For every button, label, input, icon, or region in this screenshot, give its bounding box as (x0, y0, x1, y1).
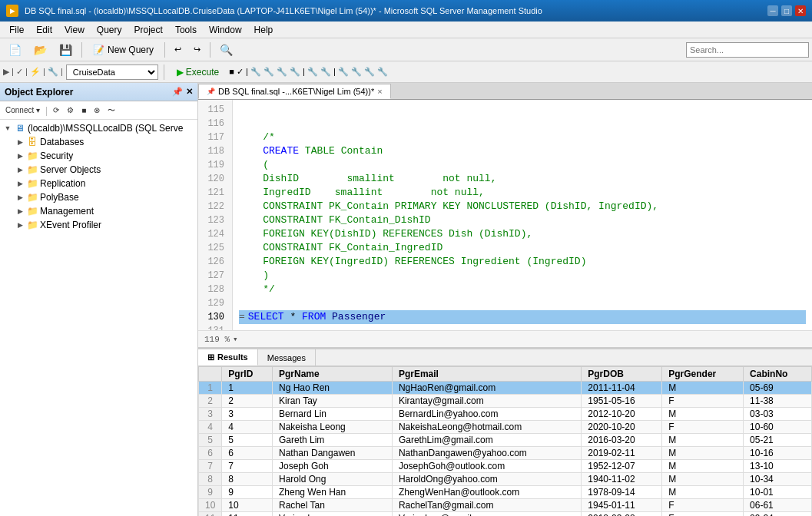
cell-pgrname[interactable]: Kiran Tay (273, 395, 393, 408)
menu-project[interactable]: Project (128, 23, 169, 37)
cell-pgrgender[interactable]: M (662, 460, 744, 473)
cell-pgrgender[interactable]: F (662, 512, 744, 517)
close-btn[interactable]: ✕ (795, 5, 806, 16)
minimize-btn[interactable]: ─ (767, 5, 778, 16)
messages-tab[interactable]: Messages (258, 349, 316, 366)
cell-pgrname[interactable]: Nathan Dangawen (273, 447, 393, 460)
cell-pgrgender[interactable]: M (662, 408, 744, 421)
cell-pgrid[interactable]: 11 (222, 512, 273, 517)
cell-pgrid[interactable]: 9 (222, 486, 273, 499)
search-btn[interactable]: 🔍 (214, 41, 238, 58)
tree-item-xevent[interactable]: ▶ 📁 XEvent Profiler (0, 218, 197, 232)
cell-cabinno[interactable]: 05-21 (744, 434, 812, 447)
cell-pgrdob[interactable]: 2011-11-04 (582, 382, 662, 395)
cell-pgrgender[interactable]: M (662, 382, 744, 395)
table-row[interactable]: 44Nakeisha LeongNakeishaLeong@hotmail.co… (199, 421, 812, 434)
cell-pgrname[interactable]: Zheng Wen Han (273, 486, 393, 499)
cell-pgrid[interactable]: 2 (222, 395, 273, 408)
cell-pgrdob[interactable]: 2018-03-08 (582, 512, 662, 517)
cell-pgrid[interactable]: 7 (222, 460, 273, 473)
cell-pgrname[interactable]: Joseph Goh (273, 460, 393, 473)
oe-refresh-btn[interactable]: ⟳ (51, 105, 61, 115)
oe-connect-btn[interactable]: Connect ▾ (3, 105, 42, 115)
table-row[interactable]: 88Harold OngHaroldOng@yahoo.com1940-11-0… (199, 473, 812, 486)
cell-pgrid[interactable]: 6 (222, 447, 273, 460)
main-tab[interactable]: 📌 DB SQL final.sql -...K6ET\Nigel Lim (5… (198, 84, 391, 99)
cell-pgremail[interactable]: NathanDangawen@yahoo.com (392, 447, 581, 460)
cell-pgrid[interactable]: 10 (222, 499, 273, 512)
cell-cabinno[interactable]: 06-61 (744, 499, 812, 512)
oe-close-icon[interactable]: ✕ (186, 87, 193, 97)
cell-pgrname[interactable]: Gareth Lim (273, 434, 393, 447)
oe-pin-icon[interactable]: 📌 (172, 87, 183, 97)
redo-btn[interactable]: ↪ (188, 42, 206, 57)
cell-pgremail[interactable]: Kirantay@gmail.com (392, 395, 581, 408)
cell-cabinno[interactable]: 03-03 (744, 408, 812, 421)
table-row[interactable]: 11Ng Hao RenNgHaoRen@gmail.com2011-11-04… (199, 382, 812, 395)
tree-item-replication[interactable]: ▶ 📁 Replication (0, 177, 197, 190)
tree-item-management[interactable]: ▶ 📁 Management (0, 204, 197, 218)
cell-pgrname[interactable]: Bernard Lin (273, 408, 393, 421)
cell-cabinno[interactable]: 10-01 (744, 486, 812, 499)
cell-pgrgender[interactable]: M (662, 473, 744, 486)
cell-pgremail[interactable]: JosephGoh@outlook.com (392, 460, 581, 473)
tab-close-icon[interactable]: × (377, 87, 382, 96)
cell-pgrid[interactable]: 5 (222, 434, 273, 447)
table-row[interactable]: 77Joseph GohJosephGoh@outlook.com1952-12… (199, 460, 812, 473)
cell-pgrgender[interactable]: M (662, 447, 744, 460)
cell-pgrdob[interactable]: 1940-11-02 (582, 473, 662, 486)
cell-pgrid[interactable]: 1 (222, 382, 273, 395)
oe-wave-btn[interactable]: 〜 (105, 104, 118, 117)
cell-pgremail[interactable]: RachelTan@gmail.com (392, 499, 581, 512)
cell-pgremail[interactable]: HaroldOng@yahoo.com (392, 473, 581, 486)
maximize-btn[interactable]: □ (781, 5, 792, 16)
tree-item-serverobjects[interactable]: ▶ 📁 Server Objects (0, 163, 197, 177)
tree-item-databases[interactable]: ▶ 🗄 Databases (0, 135, 197, 149)
open-btn[interactable]: 📂 (28, 41, 52, 58)
cell-pgremail[interactable]: NgHaoRen@gmail.com (392, 382, 581, 395)
menu-edit[interactable]: Edit (30, 23, 58, 37)
cell-pgrdob[interactable]: 2019-02-11 (582, 447, 662, 460)
cell-pgrdob[interactable]: 1951-05-16 (582, 395, 662, 408)
table-row[interactable]: 99Zheng Wen HanZhengWenHan@outlook.com19… (199, 486, 812, 499)
cell-pgrdob[interactable]: 1952-12-07 (582, 460, 662, 473)
cell-cabinno[interactable]: 11-38 (744, 395, 812, 408)
cell-pgrdob[interactable]: 2016-03-20 (582, 434, 662, 447)
cell-pgremail[interactable]: GarethLim@gmail.com (392, 434, 581, 447)
search-box[interactable] (686, 42, 809, 58)
cell-cabinno[interactable]: 10-60 (744, 421, 812, 434)
cell-pgrgender[interactable]: F (662, 421, 744, 434)
tree-item-root[interactable]: ▼ 🖥 (localdb)\MSSQLLocalDB (SQL Serve (0, 121, 197, 135)
cell-pgrname[interactable]: Rachel Tan (273, 499, 393, 512)
tree-item-security[interactable]: ▶ 📁 Security (0, 149, 197, 163)
undo-btn[interactable]: ↩ (169, 42, 187, 57)
table-row[interactable]: 66Nathan DangawenNathanDangawen@yahoo.co… (199, 447, 812, 460)
cell-pgrdob[interactable]: 1978-09-14 (582, 486, 662, 499)
cell-pgrname[interactable]: Harold Ong (273, 473, 393, 486)
menu-help[interactable]: Help (248, 23, 280, 37)
menu-query[interactable]: Query (91, 23, 128, 37)
cell-pgrdob[interactable]: 1945-01-11 (582, 499, 662, 512)
cell-pgremail[interactable]: ZhengWenHan@outlook.com (392, 486, 581, 499)
cell-pgremail[interactable]: BernardLin@yahoo.com (392, 408, 581, 421)
menu-window[interactable]: Window (203, 23, 248, 37)
cell-cabinno[interactable]: 10-16 (744, 447, 812, 460)
cell-pgrdob[interactable]: 2012-10-20 (582, 408, 662, 421)
cell-cabinno[interactable]: 09-24 (744, 512, 812, 517)
menu-file[interactable]: File (3, 23, 30, 37)
code-lines[interactable]: /* CREATE TABLE Contain ( DishID smallin… (233, 100, 812, 330)
table-row[interactable]: 55Gareth LimGarethLim@gmail.com2016-03-2… (199, 434, 812, 447)
results-tab[interactable]: ⊞ Results (198, 349, 258, 366)
new-query-btn[interactable]: 📝 New Query (86, 42, 161, 58)
table-row[interactable]: 33Bernard LinBernardLin@yahoo.com2012-10… (199, 408, 812, 421)
table-row[interactable]: 22Kiran TayKirantay@gmail.com1951-05-16F… (199, 395, 812, 408)
tree-item-polybase[interactable]: ▶ 📁 PolyBase (0, 190, 197, 204)
cell-pgremail[interactable]: VerinaLoo@gmail.com (392, 512, 581, 517)
save-btn[interactable]: 💾 (54, 41, 78, 58)
cell-cabinno[interactable]: 13-10 (744, 460, 812, 473)
oe-disconnect-btn[interactable]: ⊗ (91, 105, 102, 115)
cell-pgrgender[interactable]: M (662, 486, 744, 499)
menu-view[interactable]: View (58, 23, 91, 37)
new-file-btn[interactable]: 📄 (3, 41, 27, 58)
menu-tools[interactable]: Tools (169, 23, 203, 37)
